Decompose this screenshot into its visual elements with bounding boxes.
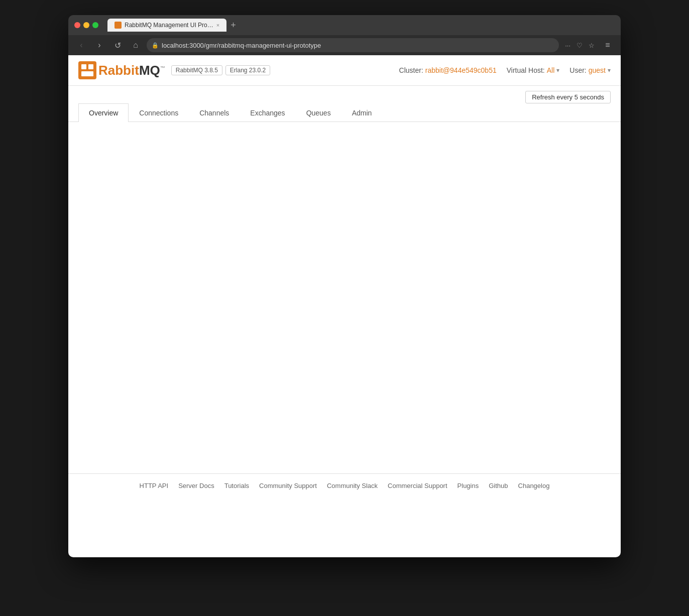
header-info: Cluster: rabbit@944e549c0b51 Virtual Hos…	[399, 66, 611, 74]
app-footer: HTTP APIServer DocsTutorialsCommunity Su…	[68, 473, 621, 498]
star-button[interactable]: ☆	[587, 41, 597, 50]
user-dropdown-icon[interactable]: ▾	[608, 67, 611, 74]
svg-rect-2	[88, 64, 93, 69]
more-button[interactable]: ···	[563, 41, 572, 50]
logo-tm: ™	[160, 65, 165, 71]
nav-tabs: OverviewConnectionsChannelsExchangesQueu…	[68, 103, 621, 122]
virtual-host-value[interactable]: All	[547, 66, 555, 74]
tab-favicon	[114, 22, 122, 29]
footer-link-http-api[interactable]: HTTP API	[140, 482, 169, 489]
tab-title: RabbitMQ Management UI Pro…	[125, 22, 213, 29]
forward-button[interactable]: ›	[92, 38, 106, 52]
user-info: User: guest ▾	[569, 66, 611, 74]
main-content	[68, 122, 621, 473]
nav-tab-channels[interactable]: Channels	[189, 103, 240, 122]
nav-tab-connections[interactable]: Connections	[129, 103, 189, 122]
footer-link-community-support[interactable]: Community Support	[259, 482, 317, 489]
cluster-label: Cluster:	[399, 66, 423, 74]
security-icon: 🔒	[152, 42, 159, 49]
toolbar: Refresh every 5 seconds	[68, 86, 621, 103]
footer-link-community-slack[interactable]: Community Slack	[327, 482, 378, 489]
user-label: User:	[569, 66, 586, 74]
nav-tab-admin[interactable]: Admin	[341, 103, 383, 122]
svg-rect-0	[78, 61, 96, 79]
browser-titlebar: RabbitMQ Management UI Pro… × +	[68, 15, 621, 35]
logo-text: RabbitMQ™	[98, 63, 165, 78]
browser-tabs: RabbitMQ Management UI Pro… × +	[107, 19, 615, 32]
footer-link-changelog[interactable]: Changelog	[518, 482, 550, 489]
close-traffic-light[interactable]	[74, 22, 80, 28]
menu-button[interactable]: ≡	[601, 38, 615, 52]
svg-rect-1	[81, 64, 86, 69]
user-value[interactable]: guest	[589, 66, 606, 74]
virtual-host-dropdown-icon[interactable]: ▾	[556, 67, 559, 74]
browser-navbar: ‹ › ↺ ⌂ 🔒 localhost:3000/gmr/rabbitmq-ma…	[68, 35, 621, 55]
back-button[interactable]: ‹	[74, 38, 88, 52]
browser-content: RabbitMQ™ RabbitMQ 3.8.5 Erlang 23.0.2 C…	[68, 55, 621, 557]
version-badges: RabbitMQ 3.8.5 Erlang 23.0.2	[171, 65, 270, 75]
nav-tab-queues[interactable]: Queues	[296, 103, 341, 122]
footer-link-commercial-support[interactable]: Commercial Support	[388, 482, 447, 489]
browser-tab-active[interactable]: RabbitMQ Management UI Pro… ×	[107, 19, 226, 32]
footer-link-tutorials[interactable]: Tutorials	[224, 482, 249, 489]
reload-button[interactable]: ↺	[110, 38, 125, 52]
footer-link-github[interactable]: Github	[489, 482, 508, 489]
nav-tab-exchanges[interactable]: Exchanges	[240, 103, 295, 122]
logo-rabbit: Rabbit	[98, 63, 139, 78]
browser-window: RabbitMQ Management UI Pro… × + ‹ › ↺ ⌂ …	[68, 15, 621, 557]
footer-link-plugins[interactable]: Plugins	[457, 482, 479, 489]
address-bar[interactable]: 🔒 localhost:3000/gmr/rabbitmq-management…	[147, 38, 559, 52]
logo-mq: MQ	[139, 63, 160, 78]
bookmark-button[interactable]: ♡	[575, 41, 585, 50]
virtual-host-info: Virtual Host: All ▾	[507, 66, 560, 74]
traffic-lights	[74, 22, 98, 28]
footer-link-server-docs[interactable]: Server Docs	[178, 482, 214, 489]
cluster-value[interactable]: rabbit@944e549c0b51	[425, 66, 497, 74]
rabbitmq-logo: RabbitMQ™	[78, 61, 165, 79]
logo-area: RabbitMQ™ RabbitMQ 3.8.5 Erlang 23.0.2	[78, 61, 270, 79]
erlang-version-badge: Erlang 23.0.2	[225, 65, 270, 75]
new-tab-button[interactable]: +	[226, 21, 240, 30]
refresh-button[interactable]: Refresh every 5 seconds	[525, 91, 611, 103]
minimize-traffic-light[interactable]	[83, 22, 89, 28]
home-button[interactable]: ⌂	[129, 38, 143, 52]
svg-rect-3	[81, 71, 93, 76]
virtual-host-label: Virtual Host:	[507, 66, 545, 74]
nav-tab-overview[interactable]: Overview	[78, 103, 129, 122]
address-url: localhost:3000/gmr/rabbitmq-management-u…	[162, 42, 554, 49]
nav-extras: ··· ♡ ☆	[563, 41, 597, 50]
logo-icon	[78, 61, 96, 79]
tab-close-btn[interactable]: ×	[216, 22, 219, 28]
cluster-info: Cluster: rabbit@944e549c0b51	[399, 66, 497, 74]
rabbitmq-version-badge: RabbitMQ 3.8.5	[171, 65, 222, 75]
maximize-traffic-light[interactable]	[92, 22, 98, 28]
app-header: RabbitMQ™ RabbitMQ 3.8.5 Erlang 23.0.2 C…	[68, 55, 621, 86]
